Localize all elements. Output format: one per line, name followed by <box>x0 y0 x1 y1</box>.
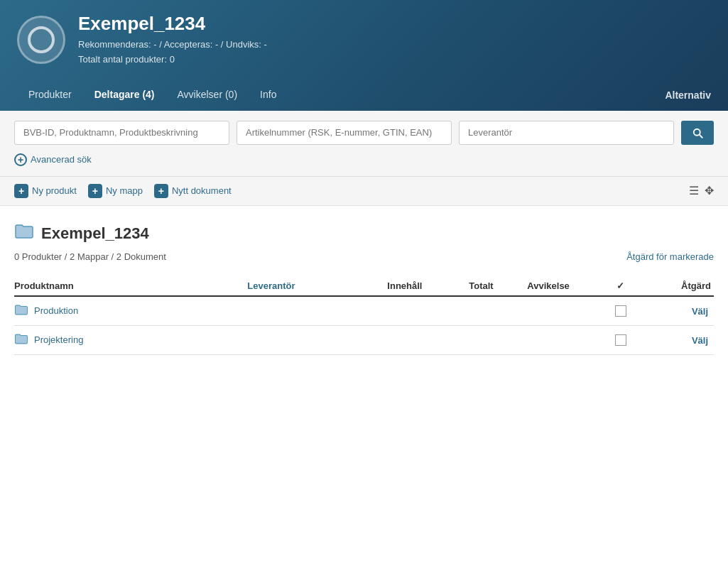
nav-item-deltagare[interactable]: Deltagare (4) <box>83 80 166 111</box>
checkbox-produktion[interactable] <box>615 305 626 317</box>
new-folder-button[interactable]: + Ny mapp <box>88 184 143 198</box>
header-top: Exempel_1234 Rekommenderas: - / Accepter… <box>17 13 711 67</box>
row-atgard-projektering: Välj <box>644 334 715 346</box>
search-row <box>14 121 714 145</box>
advanced-row: + Avancerad sök <box>14 153 714 166</box>
avatar <box>17 16 65 64</box>
actions-right: ☰ ✥ <box>689 184 714 197</box>
col-header-leverantor[interactable]: Leverantör <box>247 280 387 291</box>
folder-title: Exempel_1234 <box>14 223 714 244</box>
new-product-icon: + <box>14 184 28 198</box>
header-info: Exempel_1234 Rekommenderas: - / Accepter… <box>78 13 267 67</box>
table-row: Projektering Välj <box>14 326 714 355</box>
folder-name: Exempel_1234 <box>41 224 149 243</box>
nav-left: Produkter Deltagare (4) Avvikelser (0) I… <box>17 80 288 111</box>
new-product-button[interactable]: + Ny produkt <box>14 184 77 198</box>
product-table: Produktnamn Leverantör Innehåll Totalt A… <box>14 276 714 355</box>
valj-button-projektering[interactable]: Välj <box>692 335 711 346</box>
grid-view-icon[interactable]: ✥ <box>705 184 714 197</box>
summary-row: 0 Produkter / 2 Mappar / 2 Dokument Åtgä… <box>14 251 714 262</box>
folder-icon-large <box>14 223 34 244</box>
new-document-button[interactable]: + Nytt dokument <box>154 184 232 198</box>
list-view-icon[interactable]: ☰ <box>689 184 699 197</box>
search-icon <box>691 126 704 139</box>
valj-button-produktion[interactable]: Välj <box>692 306 711 317</box>
new-folder-label: Ny mapp <box>106 185 143 196</box>
col-header-totalt: Totalt <box>469 280 527 291</box>
main-content: Exempel_1234 0 Produkter / 2 Mappar / 2 … <box>0 206 728 372</box>
col-header-innehall: Innehåll <box>387 280 469 291</box>
main-nav: Produkter Deltagare (4) Avvikelser (0) I… <box>17 80 711 111</box>
row-folder-icon-projektering <box>14 333 28 347</box>
meta-line1: Rekommenderas: - / Accepteras: - / Undvi… <box>78 38 267 53</box>
advanced-search-label: Avancerad sök <box>31 154 92 165</box>
row-name-produktion[interactable]: Produktion <box>14 304 247 318</box>
row-label-produktion: Produktion <box>34 305 78 316</box>
summary-text: 0 Produkter / 2 Mappar / 2 Dokument <box>14 251 166 262</box>
search-supplier-input[interactable] <box>459 121 674 145</box>
nav-item-avvikelser[interactable]: Avvikelser (0) <box>166 80 249 111</box>
new-folder-icon: + <box>88 184 102 198</box>
nav-alternativ[interactable]: Alternativ <box>665 81 711 109</box>
row-check-produktion[interactable] <box>597 305 644 317</box>
page-title: Exempel_1234 <box>78 13 267 35</box>
plus-circle-icon: + <box>14 153 27 166</box>
checkbox-projektering[interactable] <box>615 334 626 346</box>
row-folder-icon-produktion <box>14 304 28 318</box>
header: Exempel_1234 Rekommenderas: - / Accepter… <box>0 0 728 111</box>
toolbar: + Avancerad sök <box>0 111 728 177</box>
col-header-produktnamn: Produktnamn <box>14 280 247 291</box>
col-header-atgard: Åtgärd <box>644 280 715 291</box>
row-check-projektering[interactable] <box>597 334 644 346</box>
search-article-input[interactable] <box>237 121 452 145</box>
table-header: Produktnamn Leverantör Innehåll Totalt A… <box>14 276 714 297</box>
col-header-check: ✓ <box>597 280 644 291</box>
row-name-projektering[interactable]: Projektering <box>14 333 247 347</box>
actions-bar: + Ny produkt + Ny mapp + Nytt dokument ☰… <box>0 177 728 206</box>
new-product-label: Ny produkt <box>32 185 77 196</box>
actions-left: + Ny produkt + Ny mapp + Nytt dokument <box>14 184 232 198</box>
table-row: Produktion Välj <box>14 297 714 326</box>
row-label-projektering: Projektering <box>34 334 83 345</box>
advanced-search-link[interactable]: + Avancerad sök <box>14 153 92 166</box>
search-product-input[interactable] <box>14 121 229 145</box>
nav-item-produkter[interactable]: Produkter <box>17 80 83 111</box>
new-document-icon: + <box>154 184 168 198</box>
col-header-avvikelse: Avvikelse <box>527 280 597 291</box>
new-document-label: Nytt dokument <box>172 185 232 196</box>
action-marked-button[interactable]: Åtgärd för markerade <box>626 251 714 262</box>
avatar-inner <box>28 26 55 53</box>
row-atgard-produktion: Välj <box>644 305 715 317</box>
search-button[interactable] <box>681 121 714 145</box>
meta-line2: Totalt antal produkter: 0 <box>78 53 267 67</box>
nav-item-info[interactable]: Info <box>249 80 288 111</box>
